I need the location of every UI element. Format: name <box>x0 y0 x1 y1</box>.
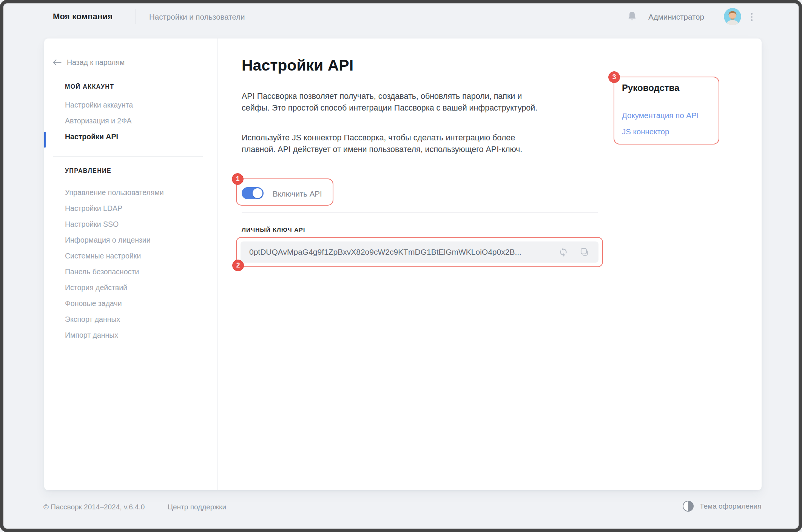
content-divider <box>242 212 598 213</box>
notifications-bell-icon[interactable] <box>627 11 637 22</box>
sidebar-divider <box>53 75 203 75</box>
api-toggle-label: Включить API <box>273 189 322 198</box>
support-center-link[interactable]: Центр поддержки <box>168 503 226 511</box>
sidebar-divider <box>53 156 203 157</box>
sidebar-item-user-management[interactable]: Управление пользователями <box>65 185 164 200</box>
guides-title: Руководства <box>622 83 679 93</box>
main-card: Назад к паролям МОЙ АККАУНТ Настройки ак… <box>44 38 762 490</box>
theme-toggle[interactable]: Тема оформления <box>683 501 761 512</box>
sidebar-section-title-management: УПРАВЛЕНИЕ <box>65 168 111 174</box>
back-to-passwords-link[interactable]: Назад к паролям <box>53 58 125 67</box>
page-title: Настройки API <box>242 57 353 74</box>
sidebar-section-title-account: МОЙ АККАУНТ <box>65 83 114 90</box>
kebab-menu-icon[interactable] <box>748 11 756 23</box>
guides-link-api-docs[interactable]: Документация по API <box>622 111 699 120</box>
sidebar-item-account-settings[interactable]: Настройки аккаунта <box>65 97 133 113</box>
sidebar-item-data-import[interactable]: Импорт данных <box>65 327 118 343</box>
company-name[interactable]: Моя компания <box>53 12 113 22</box>
api-key-field[interactable]: 0ptDUQAvMpaG4g9f1ZpBxvX82o9cW2c9KTmDG1Bt… <box>241 241 598 263</box>
annotation-badge-2: 2 <box>232 260 244 271</box>
api-toggle[interactable] <box>242 187 264 199</box>
api-key-label: ЛИЧНЫЙ КЛЮЧ API <box>242 226 305 233</box>
header-section-title: Настройки и пользователи <box>149 12 245 22</box>
sidebar-item-system-settings[interactable]: Системные настройки <box>65 248 141 264</box>
sidebar: Назад к паролям МОЙ АККАУНТ Настройки ак… <box>44 38 218 490</box>
sidebar-item-background-tasks[interactable]: Фоновые задачи <box>65 295 122 311</box>
api-description-2: Используйте JS коннектор Пассворка, чтоб… <box>242 132 540 155</box>
toggle-knob-icon <box>253 188 262 198</box>
sidebar-item-ldap-settings[interactable]: Настройки LDAP <box>65 200 122 216</box>
back-arrow-icon <box>53 59 62 66</box>
sidebar-item-sso-settings[interactable]: Настройки SSO <box>65 216 119 232</box>
api-description-1: API Пассворка позволяет получать, создав… <box>242 91 540 114</box>
sidebar-item-security-panel[interactable]: Панель безопасности <box>65 264 139 280</box>
sidebar-item-license-info[interactable]: Информация о лицензии <box>65 232 151 248</box>
refresh-key-icon[interactable] <box>558 247 568 257</box>
sidebar-item-data-export[interactable]: Экспорт данных <box>65 311 120 327</box>
annotation-badge-1: 1 <box>232 173 244 185</box>
theme-contrast-icon <box>683 501 694 512</box>
annotation-badge-3: 3 <box>608 71 620 83</box>
header-divider <box>136 9 136 24</box>
sidebar-item-api-settings[interactable]: Настройки API <box>65 129 118 145</box>
copyright-text: © Пассворк 2014–2024, v.6.4.0 <box>43 503 145 511</box>
api-key-value: 0ptDUQAvMpaG4g9f1ZpBxvX82o9cW2c9KTmDG1Bt… <box>249 241 521 263</box>
sidebar-item-action-history[interactable]: История действий <box>65 280 127 295</box>
active-item-indicator <box>44 132 46 148</box>
copy-key-icon[interactable] <box>579 247 589 257</box>
avatar[interactable] <box>724 8 741 25</box>
back-link-label: Назад к паролям <box>67 58 125 67</box>
sidebar-item-auth-2fa[interactable]: Авторизация и 2ФА <box>65 113 132 129</box>
user-name[interactable]: Администратор <box>648 12 704 22</box>
theme-label: Тема оформления <box>700 502 761 510</box>
guides-link-js-connector[interactable]: JS коннектор <box>622 127 669 136</box>
